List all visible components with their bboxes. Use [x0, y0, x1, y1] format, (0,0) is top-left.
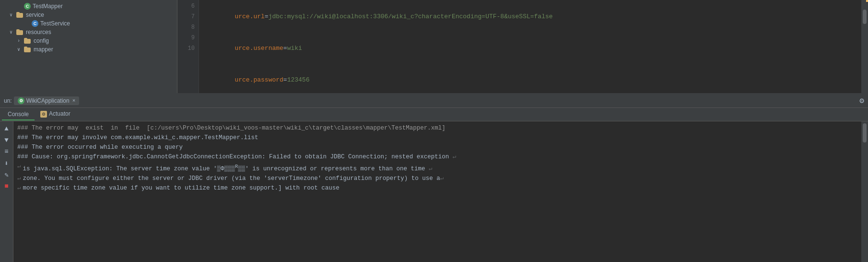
folder-icon — [24, 38, 32, 44]
sidebar-item-resources[interactable]: ∨ resources — [0, 28, 177, 36]
sidebar-item-testmapper[interactable]: C TestMapper — [0, 2, 177, 11]
sidebar-item-testservice[interactable]: C TestService — [0, 19, 177, 28]
console-text: ### The error may involve com.example.wi… — [17, 133, 258, 143]
sidebar-item-label: mapper — [34, 46, 53, 53]
sidebar-item-mapper[interactable]: ∨ mapper — [0, 45, 177, 54]
download-button[interactable]: ⬇ — [1, 158, 12, 168]
app-name: WikiCApplication — [26, 97, 70, 104]
scrollbar-thumb[interactable] — [863, 10, 867, 24]
app-tab[interactable]: ⚙ WikiCApplication × — [14, 96, 80, 105]
code-content[interactable]: urce.url=jdbc:mysql://wiki@localhost:330… — [199, 0, 861, 93]
scroll-down-button[interactable]: ▼ — [1, 135, 12, 145]
code-line-8: urce.password=123456 — [205, 64, 856, 93]
actuator-icon: ⚙ — [40, 111, 47, 118]
console-text: ### Cause: org.springframework.jdbc.Cann… — [17, 152, 456, 162]
code-line-7: urce.username=wiki — [205, 33, 856, 64]
code-line-6: urce.url=jdbc:mysql://wiki@localhost:330… — [205, 1, 856, 33]
line-numbers: 6 7 8 9 10 — [177, 0, 199, 93]
chevron-icon: ∨ — [17, 47, 23, 52]
bottom-section: un: ⚙ WikiCApplication × ⚙ Console ⚙Actu… — [0, 94, 868, 262]
tab-actuator[interactable]: ⚙Actuator — [35, 108, 76, 120]
console-scrollbar-thumb[interactable] — [863, 123, 867, 143]
chevron-icon: ∨ — [10, 12, 15, 18]
run-label: un: — [4, 97, 12, 104]
console-prefix: ↵ — [17, 162, 21, 174]
console-line-1: ### The error may involve com.example.wi… — [17, 133, 857, 143]
chevron-icon: ∨ — [10, 29, 15, 35]
sidebar-item-label: resources — [26, 29, 51, 36]
tab-console[interactable]: Console — [2, 109, 35, 120]
console-line-5: ↵zone. You must configure either the ser… — [17, 174, 857, 183]
console-text: zone. You must configure either the serv… — [23, 174, 444, 183]
sidebar: C TestMapper ∨ service C TestService ∨ r… — [0, 0, 177, 93]
sidebar-item-label: TestService — [40, 20, 70, 27]
java-green-icon: C — [24, 3, 31, 10]
folder-icon — [24, 47, 32, 52]
edit-button[interactable]: ✎ — [1, 169, 12, 180]
code-editor: 6 7 8 9 10 urce.url=jdbc:mysql://wiki@lo… — [177, 0, 868, 93]
console-output: ### The error may exist in file [c:/user… — [13, 121, 861, 262]
gear-icon[interactable]: ⚙ — [859, 96, 864, 106]
console-line-3: ### Cause: org.springframework.jdbc.Cann… — [17, 152, 857, 162]
wrap-button[interactable]: ≡ — [1, 146, 12, 157]
java-blue-icon: C — [32, 20, 38, 27]
console-prefix: ↵ — [17, 183, 21, 193]
console-line-4: ↵is java.sql.SQLException: The server ti… — [17, 162, 857, 174]
console-text: more specific time zone value if you wan… — [23, 183, 340, 193]
console-text: ### The error may exist in file [c:/user… — [17, 123, 446, 133]
console-prefix: ↵ — [17, 174, 21, 183]
top-section: C TestMapper ∨ service C TestService ∨ r… — [0, 0, 868, 94]
left-toolbar: ▲ ▼ ≡ ⬇ ✎ ■ — [0, 121, 13, 262]
sidebar-item-label: TestMapper — [33, 3, 63, 10]
run-bar: un: ⚙ WikiCApplication × ⚙ — [0, 94, 868, 108]
console-tab-label: Console — [8, 111, 29, 118]
sidebar-item-config[interactable]: › config — [0, 36, 177, 45]
console-tabs: Console ⚙Actuator — [0, 108, 868, 121]
console-body: ▲ ▼ ≡ ⬇ ✎ ■ ### The error may exist in f… — [0, 121, 868, 262]
console-line-2: ### The error occurred while executing a… — [17, 143, 857, 152]
sidebar-item-label: config — [34, 37, 49, 44]
sidebar-item-label: service — [26, 12, 44, 18]
app-icon: ⚙ — [18, 97, 24, 104]
folder-icon — [16, 12, 24, 18]
folder-icon — [16, 29, 24, 35]
scroll-up-button[interactable]: ▲ — [1, 123, 12, 134]
console-text: ### The error occurred while executing a… — [17, 143, 183, 152]
console-scrollbar[interactable] — [861, 121, 868, 262]
console-line-6: ↵more specific time zone value if you wa… — [17, 183, 857, 193]
actuator-tab-label: Actuator — [49, 110, 70, 117]
stop-button[interactable]: ■ — [1, 181, 12, 191]
editor-scrollbar[interactable] — [861, 0, 868, 93]
close-button[interactable]: × — [72, 98, 76, 104]
sidebar-item-service[interactable]: ∨ service — [0, 11, 177, 19]
console-text: is java.sql.SQLException: The server tim… — [23, 162, 433, 174]
scrollbar-indicator — [866, 0, 868, 2]
chevron-icon: › — [17, 38, 23, 44]
console-line-0: ### The error may exist in file [c:/user… — [17, 123, 857, 133]
